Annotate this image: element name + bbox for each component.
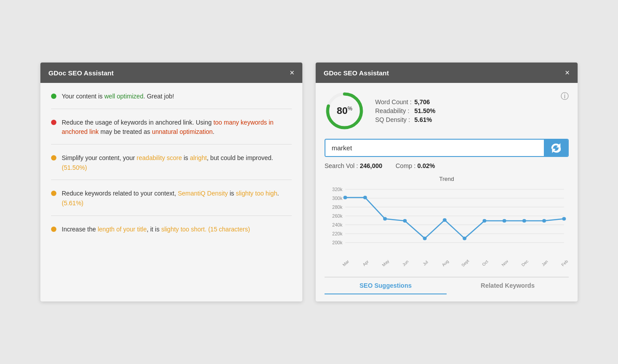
trend-chart: Trend 320k 300k 280k 260k [325, 176, 569, 273]
readability-value: 51.50% [412, 106, 435, 115]
chart-month-11: Feb [561, 259, 569, 267]
svg-text:300k: 300k [332, 196, 343, 201]
word-count-value: 5,706 [412, 98, 435, 106]
chart-line [345, 197, 564, 238]
svg-text:260k: 260k [332, 214, 343, 219]
right-panel-close-button[interactable]: × [565, 69, 570, 77]
bullet-2 [51, 155, 56, 160]
chart-dot-9 [523, 219, 526, 223]
tab-bar: SEO Suggestions Related Keywords [325, 277, 569, 294]
keyword-search-row [325, 139, 569, 157]
tab-related-keywords[interactable]: Related Keywords [447, 278, 569, 294]
comp-stat: Comp : 0.02% [396, 162, 435, 169]
chart-dot-2 [383, 217, 387, 220]
bullet-3 [51, 191, 56, 196]
right-panel-title: GDoc SEO Assistant [324, 69, 389, 77]
bullet-0 [51, 94, 56, 99]
suggestion-text-1: Reduce the usage of keywords in anchored… [62, 118, 292, 137]
svg-text:240k: 240k [332, 223, 343, 227]
chart-month-2: May [381, 259, 390, 267]
chart-month-1: Apr [362, 259, 370, 267]
keyword-search-button[interactable] [544, 140, 568, 156]
suggestion-item-3: Reduce keywords related to your context,… [51, 189, 292, 215]
chart-dot-3 [403, 219, 407, 223]
chart-month-0: Mar [342, 259, 350, 267]
left-panel-body: Your content is well optimized. Great jo… [40, 83, 302, 250]
chart-dot-7 [483, 219, 486, 223]
chart-month-7: Oct [481, 259, 489, 267]
chart-month-5: Aug [441, 259, 450, 267]
left-panel-header: GDoc SEO Assistant × [40, 63, 302, 83]
suggestion-text-3: Reduce keywords related to your context,… [62, 189, 292, 208]
suggestion-item-4: Increase the length of your title, it is… [51, 225, 292, 242]
chart-svg: 320k 300k 280k 260k 240k 220k 200k MarAp… [325, 185, 569, 269]
keyword-search-input[interactable] [325, 140, 544, 156]
suggestion-item-0: Your content is well optimized. Great jo… [51, 92, 292, 109]
tab-seo-suggestions[interactable]: SEO Suggestions [325, 278, 447, 294]
bullet-1 [51, 120, 56, 125]
word-count-label: Word Count : [375, 98, 412, 106]
left-panel-close-button[interactable]: × [289, 69, 294, 77]
right-panel: GDoc SEO Assistant × 80% [316, 63, 578, 301]
svg-text:280k: 280k [332, 205, 343, 210]
metrics-table: Word Count : 5,706 Readability : 51.50% … [375, 98, 550, 124]
bullet-4 [51, 227, 56, 232]
left-panel-title: GDoc SEO Assistant [48, 69, 114, 77]
score-row: 80% Word Count : 5,706 Readability : 51.… [325, 91, 569, 131]
chart-month-10: Jan [541, 259, 549, 267]
svg-text:220k: 220k [332, 231, 343, 236]
chart-month-6: Sept [460, 258, 470, 267]
suggestion-item-2: Simplify your content, your readability … [51, 153, 292, 180]
chart-dot-8 [503, 219, 506, 223]
info-icon[interactable]: ⓘ [561, 91, 569, 102]
chart-month-4: Jul [422, 260, 429, 266]
sq-density-label: SQ Density : [375, 115, 412, 124]
left-panel: GDoc SEO Assistant × Your content is wel… [40, 63, 302, 301]
chart-month-3: Jun [401, 259, 409, 267]
chart-svg-container: 320k 300k 280k 260k 240k 220k 200k MarAp… [325, 185, 569, 272]
keyword-stats-row: Search Vol : 246,000 Comp : 0.02% [325, 162, 569, 169]
chart-month-8: Nov [501, 259, 509, 267]
suggestion-item-1: Reduce the usage of keywords in anchored… [51, 118, 292, 145]
search-vol-stat: Search Vol : 246,000 [325, 162, 382, 169]
chart-dot-6 [463, 237, 466, 240]
chart-dot-0 [343, 196, 347, 199]
chart-dot-11 [562, 217, 566, 220]
score-value: 80% [337, 105, 352, 117]
score-circle: 80% [325, 91, 364, 131]
chart-dot-1 [363, 196, 367, 199]
readability-label: Readability : [375, 106, 412, 115]
svg-text:200k: 200k [332, 240, 343, 245]
chart-dot-10 [542, 219, 546, 223]
chart-dot-4 [423, 237, 427, 240]
svg-text:320k: 320k [332, 187, 343, 192]
right-panel-header: GDoc SEO Assistant × [316, 63, 578, 83]
suggestion-text-4: Increase the length of your title, it is… [62, 225, 250, 235]
suggestion-text-2: Simplify your content, your readability … [62, 153, 292, 172]
refresh-icon [551, 143, 561, 153]
right-panel-body: 80% Word Count : 5,706 Readability : 51.… [316, 83, 578, 301]
suggestion-text-0: Your content is well optimized. Great jo… [62, 92, 174, 102]
chart-dot-5 [443, 218, 446, 222]
sq-density-value: 5.61% [412, 115, 435, 124]
chart-title: Trend [325, 176, 569, 182]
chart-month-9: Dec [521, 259, 529, 267]
